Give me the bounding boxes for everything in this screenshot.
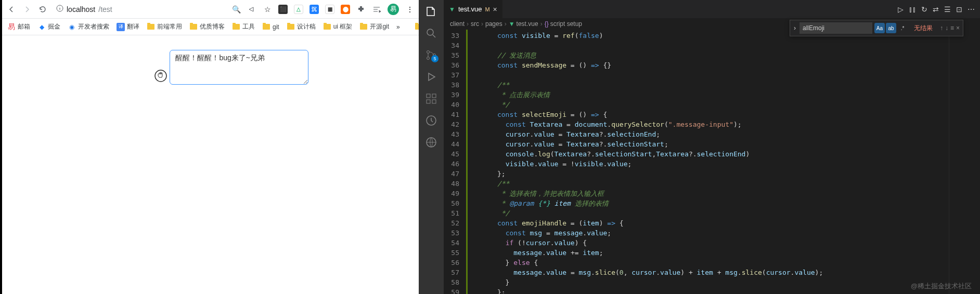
- svg-rect-8: [427, 100, 430, 103]
- split-icon[interactable]: ⫿⫿: [909, 5, 916, 14]
- more-icon-1[interactable]: ☰: [944, 5, 951, 14]
- folder-icon: [147, 23, 155, 31]
- breadcrumb-item[interactable]: ▼ test.vue: [509, 20, 538, 28]
- tab-close-icon[interactable]: ×: [493, 5, 497, 14]
- match-case-icon[interactable]: Aa: [874, 23, 885, 33]
- ext-icon-5[interactable]: ⬤: [341, 5, 350, 14]
- ext-icon-1[interactable]: ⬛: [278, 5, 288, 14]
- browser-pane: localhost/test 🔍 ☆ ⬛ △ 沉 ▦ ⬤ 易 ⋮ 易邮箱◆掘金◉…: [0, 0, 419, 294]
- find-widget: › Aa ab .* 无结果 ↑ ↓ ≡ ×: [790, 20, 963, 36]
- back-button[interactable]: [6, 4, 17, 15]
- bookmark-item[interactable]: 设计稿: [287, 22, 316, 31]
- folder-icon: [359, 23, 368, 31]
- playlist-icon[interactable]: [372, 5, 381, 14]
- bookmark-item[interactable]: ◆掘金: [37, 22, 60, 31]
- ext-icon-4[interactable]: ▦: [325, 5, 334, 14]
- diff-icon[interactable]: ⇄: [933, 5, 939, 14]
- bookmark-label: 工具: [242, 22, 255, 31]
- bookmark-favicon: 译: [117, 23, 125, 31]
- breadcrumb-item[interactable]: src: [471, 20, 479, 28]
- ext-icon-2[interactable]: △: [294, 5, 303, 14]
- find-prev-icon[interactable]: ↑: [940, 24, 943, 32]
- bookmark-label: 翻译: [127, 22, 139, 31]
- timeline-icon[interactable]: [425, 114, 437, 127]
- bookmark-label: 前端常用: [157, 22, 182, 31]
- bookmark-label: 开源git: [370, 22, 389, 31]
- bookmark-item[interactable]: ui 框架: [323, 22, 353, 31]
- bookmark-favicon: ◉: [68, 23, 76, 31]
- more-actions-icon[interactable]: ⋯: [968, 5, 975, 14]
- svg-point-4: [427, 57, 430, 60]
- svg-rect-6: [427, 94, 430, 98]
- folder-icon: [287, 23, 295, 31]
- bookmark-label: 开发者搜索: [78, 22, 109, 31]
- minimap[interactable]: [949, 30, 980, 294]
- star-icon[interactable]: ☆: [263, 5, 272, 14]
- bookmark-label: git: [273, 23, 279, 31]
- folder-icon: [262, 23, 270, 31]
- watermark: @稀土掘金技术社区: [911, 282, 972, 291]
- line-gutter: 3334353637383940414243444546474849505152…: [444, 30, 468, 294]
- find-close-icon[interactable]: ×: [956, 24, 960, 32]
- bookmark-item[interactable]: git: [262, 23, 279, 31]
- debug-icon[interactable]: [425, 71, 437, 83]
- share-icon[interactable]: [247, 5, 256, 14]
- vscode-pane: 5 ▼ test.vue M × ▷ ⫿⫿ ↻ ⇄: [419, 0, 980, 294]
- code-editor[interactable]: 3334353637383940414243444546474849505152…: [444, 30, 980, 294]
- bookmark-favicon: ◆: [37, 23, 46, 31]
- bookmark-label: 设计稿: [297, 22, 316, 31]
- bookmark-label: ui 框架: [333, 22, 353, 31]
- bookmark-item[interactable]: 译翻译: [117, 22, 139, 31]
- zoom-icon[interactable]: 🔍: [231, 5, 241, 14]
- find-result: 无结果: [910, 24, 937, 33]
- whole-word-icon[interactable]: ab: [886, 23, 896, 33]
- menu-icon[interactable]: ⋮: [405, 5, 415, 14]
- bookmark-label: 掘金: [48, 22, 60, 31]
- breadcrumb-item[interactable]: client: [450, 20, 465, 28]
- bookmark-item[interactable]: 优质博客: [189, 22, 225, 31]
- editor-tabs: ▼ test.vue M × ▷ ⫿⫿ ↻ ⇄ ☰ ⊡ ⋯: [444, 0, 980, 18]
- bookmark-item[interactable]: 前端常用: [147, 22, 182, 31]
- toolbar-actions: 🔍 ☆ ⬛ △ 沉 ▦ ⬤ 易 ⋮: [231, 4, 415, 15]
- find-input[interactable]: [800, 22, 872, 34]
- bookmark-item[interactable]: ◉开发者搜索: [68, 22, 109, 31]
- breadcrumb-item[interactable]: pages: [485, 20, 502, 28]
- message-input[interactable]: [170, 50, 308, 85]
- bookmarks-overflow-icon[interactable]: »: [396, 23, 400, 31]
- reload-button[interactable]: [37, 4, 48, 15]
- folder-icon: [189, 23, 198, 31]
- search-expand-icon[interactable]: ›: [790, 24, 800, 32]
- compare-icon[interactable]: ↻: [921, 5, 927, 14]
- vue-icon: ▼: [449, 6, 455, 13]
- run-icon[interactable]: ▷: [898, 5, 904, 14]
- extensions-activity-icon[interactable]: [425, 92, 437, 105]
- svg-point-3: [427, 51, 430, 54]
- info-icon: [56, 5, 63, 14]
- extensions-icon[interactable]: [356, 5, 366, 14]
- scm-badge: 5: [431, 55, 439, 62]
- tab-test-vue[interactable]: ▼ test.vue M ×: [444, 0, 503, 18]
- ext-icon-3[interactable]: 沉: [310, 5, 319, 14]
- explorer-icon[interactable]: [425, 5, 437, 18]
- code-content[interactable]: const visible = ref(false) // 发送消息 const…: [468, 30, 949, 294]
- address-bar[interactable]: localhost/test: [53, 5, 226, 14]
- find-selection-icon[interactable]: ≡: [950, 24, 954, 32]
- bookmark-item[interactable]: 工具: [232, 22, 255, 31]
- bookmark-item[interactable]: 开源git: [359, 22, 389, 31]
- browser-toolbar: localhost/test 🔍 ☆ ⬛ △ 沉 ▦ ⬤ 易 ⋮: [2, 0, 419, 19]
- editor-area: ▼ test.vue M × ▷ ⫿⫿ ↻ ⇄ ☰ ⊡ ⋯ client›src…: [444, 0, 980, 294]
- breadcrumb-item[interactable]: {} script setup: [545, 20, 582, 28]
- search-activity-icon[interactable]: [425, 27, 437, 39]
- regex-icon[interactable]: .*: [897, 23, 908, 33]
- svg-point-1: [155, 70, 166, 82]
- find-next-icon[interactable]: ↓: [945, 24, 948, 32]
- more-icon-2[interactable]: ⊡: [956, 5, 962, 14]
- remote-icon[interactable]: [425, 136, 437, 149]
- hand-cursor-icon: [154, 69, 167, 83]
- profile-avatar[interactable]: 易: [388, 4, 399, 15]
- scm-icon[interactable]: 5: [425, 49, 437, 61]
- forward-button[interactable]: [22, 4, 32, 15]
- page-content: [2, 35, 419, 294]
- url-path: /test: [98, 5, 112, 14]
- bookmark-item[interactable]: 易邮箱: [7, 22, 30, 31]
